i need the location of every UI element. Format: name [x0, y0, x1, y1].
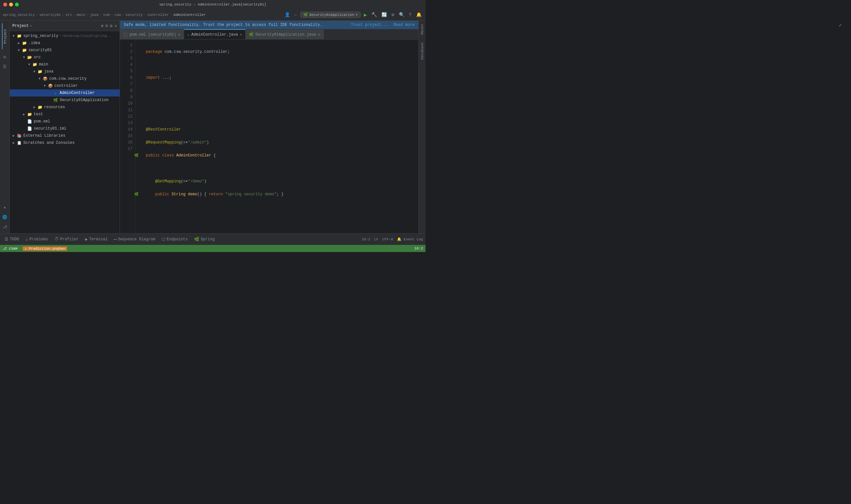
run-button[interactable]: ▶ [362, 11, 369, 19]
read-more-link[interactable]: Read more [393, 23, 414, 27]
sync-button[interactable]: 🔄 [380, 11, 388, 18]
tree-item-security01[interactable]: ▼ 📁 security01 [10, 47, 120, 54]
trust-project-link[interactable]: Trust project... [351, 23, 388, 27]
favorites-icon[interactable]: ★ [1, 203, 9, 211]
settings-button[interactable]: ⚙ [390, 11, 395, 18]
minimize-button[interactable] [9, 3, 13, 6]
tree-item-idea[interactable]: ▶ 📁 .idea [10, 39, 120, 47]
tree-item-resources[interactable]: ▶ 📁 resources [10, 104, 120, 111]
maximize-button[interactable] [15, 3, 19, 6]
tree-item-name: test [34, 112, 43, 116]
expand-arrow[interactable]: ▼ [26, 63, 32, 67]
expand-arrow[interactable]: ▼ [16, 49, 21, 52]
tab-close-admin[interactable]: ✕ [240, 32, 242, 37]
bottom-spring[interactable]: 🌿 Spring [192, 236, 216, 242]
close-button[interactable] [3, 3, 7, 6]
maven-tab[interactable]: Maven [420, 21, 424, 38]
expand-arrow[interactable]: ▼ [42, 84, 47, 88]
breadcrumb-main[interactable]: main [77, 13, 85, 17]
bottom-bar: ☰ TODO ⚠ Problems ⏱ Profiler ▶ Terminal … [0, 233, 425, 245]
expand-arrow[interactable]: ▶ [32, 105, 37, 109]
folder-icon: 📁 [21, 40, 27, 46]
build-button[interactable]: 🔨 [370, 11, 378, 18]
tab-label: Security01Application.java [255, 32, 316, 37]
problems-label: Problems [30, 237, 48, 241]
hide-icon[interactable]: ✕ [114, 23, 117, 29]
code-line-14 [146, 217, 414, 223]
tab-admin-controller[interactable]: ☕ AdminController.java ✕ [184, 29, 246, 39]
breadcrumb: spring_security › security01 › src › mai… [3, 13, 282, 17]
collapse-icon[interactable]: ⊟ [106, 23, 108, 29]
endpoints-label: Endpoints [166, 237, 188, 241]
expand-arrow[interactable]: ▼ [21, 56, 26, 59]
tree-item-java[interactable]: ▼ 📁 java [10, 68, 120, 75]
status-warning: ⚠ Prediction.pnghen [23, 247, 67, 251]
tree-item-security01app[interactable]: 🌿 Security01Application [10, 96, 120, 104]
event-log[interactable]: 🔔 Event Log [397, 237, 423, 241]
expand-arrow[interactable]: ▶ [16, 41, 21, 45]
database-tab[interactable]: Database [420, 39, 424, 63]
breadcrumb-spring-security[interactable]: spring_security [3, 13, 35, 17]
tree-item-external-libs[interactable]: ▶ 📚 External Libraries [10, 132, 120, 139]
bottom-todo[interactable]: ☰ TODO [3, 236, 21, 242]
vcs-icon[interactable]: 👤 [283, 11, 291, 18]
tree-item-spring-security[interactable]: ▼ 📁 spring_security ~/Desktop/cloud/spri… [10, 32, 120, 39]
tree-item-name: main [39, 62, 48, 67]
settings-icon[interactable]: ⚙ [110, 23, 112, 29]
tree-item-iml[interactable]: 📄 security01.iml [10, 125, 120, 132]
structure-icon[interactable]: ⊟ [1, 53, 9, 61]
bottom-profiler[interactable]: ⏱ Profiler [53, 236, 81, 242]
breadcrumb-security01[interactable]: security01 [39, 13, 61, 17]
tree-item-scratches[interactable]: ▶ 📋 Scratches and Consoles [10, 139, 120, 146]
code-line-10 [146, 165, 414, 172]
help-button[interactable]: ? [408, 12, 413, 18]
right-strip: Maven Database [419, 21, 425, 233]
expand-arrow[interactable]: ▶ [11, 141, 16, 145]
breadcrumb-csw[interactable]: csw [114, 13, 121, 17]
project-tab[interactable]: Project [2, 23, 8, 49]
tree-item-src[interactable]: ▼ 📂 src [10, 54, 120, 61]
bookmarks-icon[interactable]: ☰ [1, 63, 9, 71]
breadcrumb-security[interactable]: security [126, 13, 143, 17]
todo-icon: ☰ [4, 237, 8, 242]
tree-item-package-security[interactable]: ▼ 📦 com.csw.security [10, 75, 120, 82]
expand-arrow[interactable]: ▶ [11, 134, 16, 138]
tab-pom-xml[interactable]: ⬛ pom.xml (security01) ✕ [120, 30, 184, 39]
status-right: 16:2 [414, 247, 423, 250]
bottom-sequence-diagram[interactable]: ⟷ Sequence Diagram [112, 236, 157, 242]
bottom-terminal[interactable]: ▶ Terminal [83, 236, 109, 242]
tab-close-app[interactable]: ✕ [318, 32, 320, 37]
expand-arrow[interactable]: ▶ [21, 112, 26, 116]
expand-arrow[interactable]: ▼ [11, 34, 16, 38]
tree-item-controller[interactable]: ▼ 📦 controller [10, 82, 120, 89]
breadcrumb-controller[interactable]: controller [147, 13, 169, 17]
run-config-btn[interactable]: 🌿 Security01Application ▾ [300, 12, 360, 18]
panel-dropdown-icon[interactable]: ▾ [30, 24, 32, 28]
search-button[interactable]: 🔍 [397, 11, 406, 18]
code-content[interactable]: package com.csw.security.controller; imp… [142, 39, 419, 233]
notifications-button[interactable]: 🔔 [415, 11, 423, 18]
panel-header: Project ▾ ⊕ ⊟ ⚙ ✕ [10, 21, 120, 31]
spring-class-icon: 🌿 [53, 97, 58, 103]
tree-item-path: ~/Desktop/cloud/spring... [60, 34, 113, 38]
breadcrumb-com[interactable]: com [103, 13, 110, 17]
git-branch[interactable]: ⎇ CSNM [3, 247, 18, 251]
scope-icon[interactable]: ⊕ [101, 23, 104, 29]
tree-item-main[interactable]: ▼ 📁 main [10, 61, 120, 68]
tab-security01app[interactable]: 🌿 Security01Application.java ✕ [246, 30, 324, 39]
git-icon[interactable]: ⎇ [1, 223, 9, 231]
web-icon[interactable]: 🌐 [1, 213, 9, 221]
back-icon[interactable]: ← [293, 12, 299, 18]
tree-item-admin-controller[interactable]: ☕ AdminController [10, 89, 120, 96]
breadcrumb-src[interactable]: src [66, 13, 72, 17]
bottom-problems[interactable]: ⚠ Problems [24, 236, 50, 242]
expand-arrow[interactable]: ▼ [32, 70, 37, 73]
folder-icon: 📁 [26, 111, 32, 117]
breadcrumb-java[interactable]: java [90, 13, 99, 17]
expand-arrow[interactable]: ▼ [37, 77, 42, 80]
tree-item-pom[interactable]: 📄 pom.xml [10, 118, 120, 125]
tab-close-pom[interactable]: ✕ [178, 32, 180, 37]
bottom-endpoints[interactable]: ⬡ Endpoints [160, 236, 190, 242]
tree-item-test[interactable]: ▶ 📁 test [10, 111, 120, 118]
code-editor[interactable]: 1 2 3 4 5 6 7 8 9 10 11 12 13 14 15 16 1… [120, 39, 419, 233]
